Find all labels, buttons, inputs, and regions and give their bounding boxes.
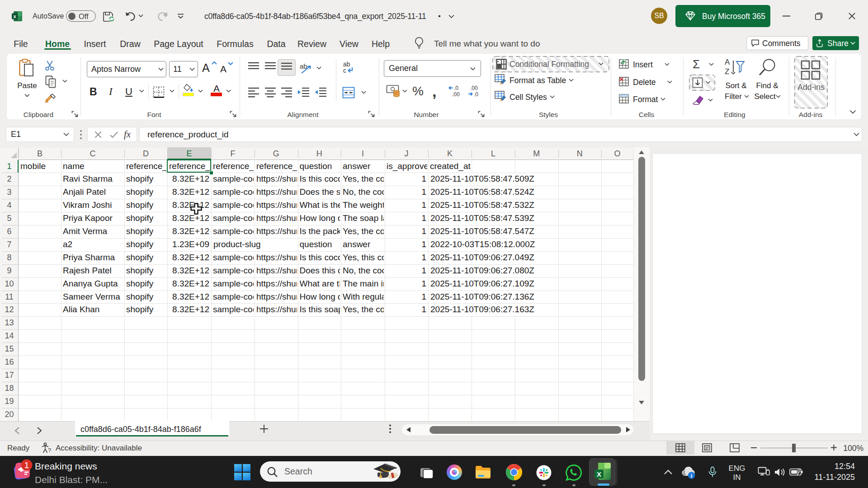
svg-text:.00: .00	[452, 91, 460, 98]
svg-text:x: x	[13, 14, 16, 19]
svg-text:1: 1	[24, 460, 29, 470]
svg-text:?: ?	[48, 447, 51, 454]
svg-text:A: A	[725, 58, 730, 66]
svg-text:.0: .0	[454, 85, 458, 91]
svg-text:ab: ab	[300, 62, 307, 70]
svg-text:.0: .0	[474, 91, 478, 98]
svg-text:Z: Z	[725, 67, 729, 76]
svg-text:X: X	[597, 470, 601, 478]
svg-text:c: c	[343, 67, 346, 74]
svg-text:.00: .00	[470, 85, 478, 91]
